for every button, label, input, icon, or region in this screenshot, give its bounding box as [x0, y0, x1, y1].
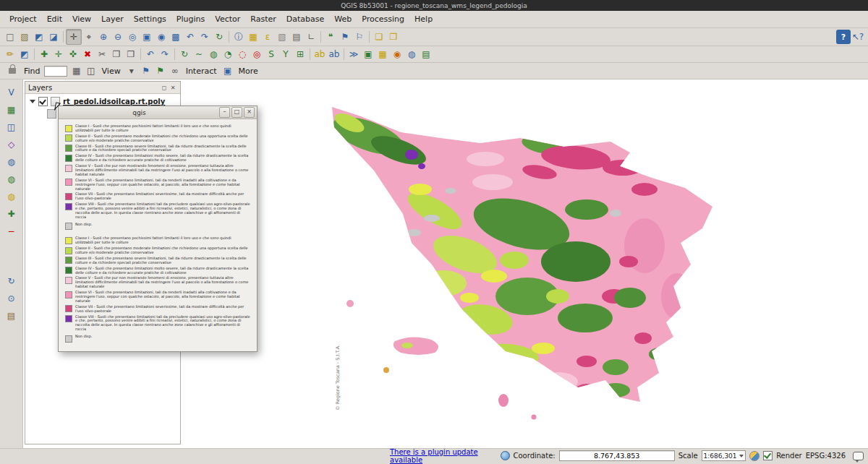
- find-input[interactable]: [44, 66, 67, 77]
- coordinate-input[interactable]: [559, 450, 675, 461]
- select-by-expression-icon[interactable]: ε: [260, 30, 275, 44]
- dialog-close-button[interactable]: ×: [244, 107, 255, 118]
- panel-float-icon[interactable]: ◻: [160, 83, 169, 92]
- menu-vector[interactable]: Vector: [210, 12, 245, 26]
- plugin-globe-icon[interactable]: ◍: [404, 47, 419, 61]
- cut-features-icon[interactable]: ✂: [95, 47, 109, 61]
- zoom-actual-icon[interactable]: ◎: [125, 30, 140, 44]
- menu-database[interactable]: Database: [281, 12, 330, 26]
- move-label-icon[interactable]: ab: [327, 47, 341, 61]
- add-wcs-layer-icon[interactable]: ◍: [4, 172, 20, 186]
- split-features-icon[interactable]: Y: [278, 47, 293, 61]
- save-edits-icon[interactable]: ◩: [17, 47, 32, 61]
- open-project-icon[interactable]: ▨: [17, 30, 32, 44]
- add-vector-layer-icon[interactable]: V: [4, 85, 20, 99]
- node-tool-icon[interactable]: ✜: [66, 47, 80, 61]
- scale-combo[interactable]: 1:686,301: [702, 450, 746, 461]
- menu-layer[interactable]: Layer: [96, 12, 129, 26]
- zoom-to-selection-icon[interactable]: ◉: [154, 30, 169, 44]
- log-messages-icon[interactable]: [853, 452, 864, 460]
- pin-alt-icon[interactable]: ⚑: [153, 64, 168, 78]
- add-feature-icon[interactable]: ✚: [37, 47, 51, 61]
- snapshot-icon[interactable]: ◫: [84, 64, 98, 78]
- dialog-maximize-button[interactable]: □: [231, 107, 242, 118]
- menu-help[interactable]: Help: [409, 12, 438, 26]
- stop-render-icon[interactable]: [749, 451, 760, 461]
- grid-icon[interactable]: ▦: [69, 64, 84, 78]
- rotate-feature-icon[interactable]: ↻: [177, 47, 192, 61]
- simplify-feature-icon[interactable]: ~: [192, 47, 206, 61]
- add-raster-layer-icon[interactable]: ▦: [4, 103, 20, 116]
- plugin-target-icon[interactable]: ◉: [390, 47, 404, 61]
- remove-layer-icon[interactable]: −: [4, 224, 20, 238]
- panel-close-icon[interactable]: ✕: [169, 83, 177, 92]
- menu-settings[interactable]: Settings: [129, 12, 171, 26]
- crs-label[interactable]: EPSG:4326: [806, 452, 846, 460]
- delete-part-icon[interactable]: ◎: [250, 47, 264, 61]
- menu-plugins[interactable]: Plugins: [171, 12, 210, 26]
- menu-project[interactable]: Project: [4, 12, 42, 26]
- python-console-icon[interactable]: ≫: [346, 47, 361, 61]
- new-shapefile-layer-icon[interactable]: ✚: [4, 207, 20, 220]
- plugin-sheet-icon[interactable]: ▤: [419, 47, 433, 61]
- help-contents-icon[interactable]: ?: [836, 30, 851, 44]
- add-ring-icon[interactable]: ◍: [206, 47, 221, 61]
- pan-to-selection-icon[interactable]: ⌖: [82, 30, 96, 44]
- save-project-as-icon[interactable]: ◪: [46, 30, 61, 44]
- menu-raster[interactable]: Raster: [245, 12, 281, 26]
- zoom-out-icon[interactable]: ⊖: [111, 30, 125, 44]
- move-feature-icon[interactable]: ✛: [51, 47, 66, 61]
- plugin-table-icon[interactable]: ▦: [375, 47, 390, 61]
- map-canvas[interactable]: © Regione Toscana - S.I.T.A.: [182, 80, 868, 448]
- zoom-to-layer-icon[interactable]: ▩: [169, 30, 183, 44]
- delete-selected-icon[interactable]: ✖: [80, 47, 95, 61]
- link-icon[interactable]: ∞: [168, 64, 182, 78]
- add-spatialite-layer-icon[interactable]: ◇: [4, 137, 20, 151]
- paste-features-icon[interactable]: ❒: [124, 47, 138, 61]
- menu-processing[interactable]: Processing: [357, 12, 409, 26]
- pan-map-icon[interactable]: ✛: [66, 29, 82, 45]
- plugin-grid-icon[interactable]: ▣: [361, 47, 375, 61]
- attribute-table-icon[interactable]: ▤: [289, 30, 304, 44]
- merge-features-icon[interactable]: ⊞: [293, 47, 307, 61]
- reshape-features-icon[interactable]: S: [264, 47, 278, 61]
- pin-icon[interactable]: ⚑: [139, 64, 153, 78]
- measure-icon[interactable]: ∟: [304, 30, 318, 44]
- zoom-next-icon[interactable]: ↷: [197, 30, 212, 44]
- toggle-editing-icon[interactable]: ✏: [3, 47, 17, 61]
- menu-edit[interactable]: Edit: [42, 12, 67, 26]
- zoom-last-icon[interactable]: ↶: [183, 30, 197, 44]
- menu-web[interactable]: Web: [329, 12, 357, 26]
- zoom-in-icon[interactable]: ⊕: [96, 30, 111, 44]
- labeling-icon[interactable]: ab: [312, 47, 327, 61]
- help-book-icon[interactable]: ▤: [4, 309, 20, 322]
- add-wfs-layer-icon[interactable]: ◍: [4, 189, 20, 203]
- select-features-icon[interactable]: ▦: [246, 30, 260, 44]
- add-postgis-layer-icon[interactable]: ◫: [4, 120, 20, 134]
- legend-dialog-titlebar[interactable]: qgis – □ ×: [59, 106, 257, 119]
- lock-icon[interactable]: [9, 68, 16, 74]
- layer-visibility-checkbox[interactable]: [38, 97, 48, 106]
- add-part-icon[interactable]: ◔: [221, 47, 235, 61]
- plugin-update-link[interactable]: There is a plugin update available: [390, 448, 497, 464]
- whats-this-icon[interactable]: ↖?: [851, 30, 865, 44]
- show-bookmarks-icon[interactable]: ⚐: [352, 30, 367, 44]
- text-annotation-icon[interactable]: ❏: [372, 30, 386, 44]
- dialog-minimize-button[interactable]: –: [219, 107, 230, 118]
- zoom-full-icon[interactable]: ▣: [140, 30, 154, 44]
- undo-icon[interactable]: ↶: [143, 47, 158, 61]
- copy-features-icon[interactable]: ❐: [109, 47, 124, 61]
- identify-features-icon[interactable]: ⓘ: [231, 30, 246, 44]
- view-dropdown-icon[interactable]: ▾: [124, 64, 139, 78]
- legend-dialog[interactable]: qgis – □ × Classe I - Suoli che presenta…: [58, 106, 258, 352]
- plugin-globe-icon[interactable]: [501, 451, 510, 460]
- window-titlebar[interactable]: QGIS 8b53001 - regione_toscana_wms_legen…: [0, 0, 868, 11]
- plugin-refresh-icon[interactable]: ↻: [4, 274, 20, 288]
- layer-name[interactable]: rt_pedol.idsoilcap.rt.poly: [63, 98, 165, 106]
- menu-view[interactable]: View: [67, 12, 96, 26]
- add-wms-layer-icon[interactable]: ◍: [4, 155, 20, 168]
- delete-ring-icon[interactable]: ◌: [235, 47, 250, 61]
- deselect-features-icon[interactable]: ▧: [275, 30, 289, 44]
- expander-icon[interactable]: [30, 100, 35, 103]
- interact-icon[interactable]: ▣: [221, 64, 235, 78]
